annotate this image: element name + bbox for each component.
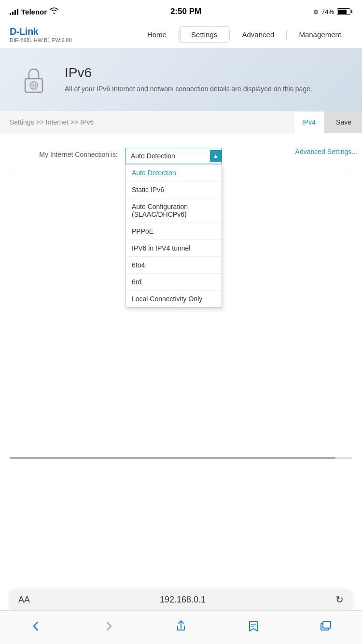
page-header-text: IPv6 All of your IPv6 Internet and netwo… [65, 65, 312, 94]
connection-label: My Internet Connection is: [10, 148, 125, 158]
scroll-thumb [10, 457, 335, 459]
globe-lock-icon [14, 60, 53, 99]
dropdown-item-2[interactable]: Auto Configuration(SLAAC/DHCPv6) [126, 198, 222, 223]
dropdown-item-4[interactable]: IPV6 in IPV4 tunnel [126, 240, 222, 257]
brand-name: D-Link [10, 26, 72, 37]
nav-advanced[interactable]: Advanced [231, 26, 286, 43]
ipv4-button[interactable]: IPv4 [293, 111, 325, 133]
bookmarks-button[interactable] [247, 619, 260, 633]
lock-icon: ⊕ [313, 8, 319, 15]
page-header: IPv6 All of your IPv6 Internet and netwo… [0, 48, 362, 111]
save-button[interactable]: Save [325, 111, 362, 133]
connection-dropdown[interactable]: Auto Detection ▲ Auto Detection Static I… [125, 148, 222, 164]
nav-home[interactable]: Home [136, 26, 178, 43]
dropdown-item-7[interactable]: Local Connectivity Only [126, 291, 222, 307]
action-bar: Settings >> Internet >> IPv6 IPv4 Save [0, 111, 362, 133]
svg-rect-6 [323, 621, 331, 628]
dropdown-item-3[interactable]: PPPoE [126, 223, 222, 240]
forward-button[interactable] [102, 619, 115, 633]
url-field[interactable]: 192.168.0.1 [160, 595, 206, 605]
nav-settings[interactable]: Settings [180, 26, 228, 43]
model-info: DIR-868L HW:B1 FW:2.00 [10, 37, 72, 43]
nav-links: Home | Settings | Advanced | Management [136, 26, 352, 43]
wifi-icon [50, 7, 58, 16]
dlink-logo: D-Link DIR-868L HW:B1 FW:2.00 [10, 26, 72, 43]
dropdown-arrow-icon: ▲ [210, 150, 222, 162]
content-area: My Internet Connection is: Auto Detectio… [0, 133, 362, 187]
battery-percent: 74% [321, 8, 334, 15]
scroll-area [0, 457, 362, 459]
ios-address-bar[interactable]: AA 192.168.0.1 ↻ [10, 589, 352, 610]
nav-management[interactable]: Management [288, 26, 352, 43]
page-description: All of your IPv6 Internet and network co… [65, 84, 312, 94]
carrier-label: Telenor [21, 8, 47, 16]
dropdown-item-1[interactable]: Static IPv6 [126, 182, 222, 198]
signal-bars [10, 8, 18, 15]
font-size-control[interactable]: AA [18, 595, 30, 605]
router-nav: D-Link DIR-868L HW:B1 FW:2.00 Home | Set… [0, 21, 362, 48]
status-left: Telenor [10, 7, 58, 16]
dropdown-item-0[interactable]: Auto Detection [126, 165, 222, 182]
status-bar: Telenor 2:50 PM ⊕ 74% [0, 0, 362, 21]
dropdown-item-6[interactable]: 6rd [126, 274, 222, 291]
dropdown-selected[interactable]: Auto Detection ▲ [125, 148, 222, 164]
advanced-settings-link[interactable]: Advanced Settings... [295, 148, 357, 155]
share-button[interactable] [174, 619, 188, 633]
dropdown-item-5[interactable]: 6to4 [126, 257, 222, 274]
scroll-indicator [10, 457, 352, 459]
connection-type-row: My Internet Connection is: Auto Detectio… [0, 143, 362, 169]
ios-bottom-nav [0, 610, 362, 644]
back-button[interactable] [29, 619, 43, 633]
battery-icon [337, 8, 352, 15]
dropdown-selected-value: Auto Detection [131, 152, 175, 160]
globe-icon-wrap [14, 60, 53, 99]
reload-button[interactable]: ↻ [335, 594, 344, 605]
page-title: IPv6 [65, 65, 312, 81]
tabs-button[interactable] [319, 619, 333, 633]
dropdown-list: Auto Detection Static IPv6 Auto Configur… [125, 164, 222, 308]
breadcrumb: Settings >> Internet >> IPv6 [0, 118, 293, 126]
status-time: 2:50 PM [170, 7, 201, 16]
status-right: ⊕ 74% [313, 8, 352, 15]
